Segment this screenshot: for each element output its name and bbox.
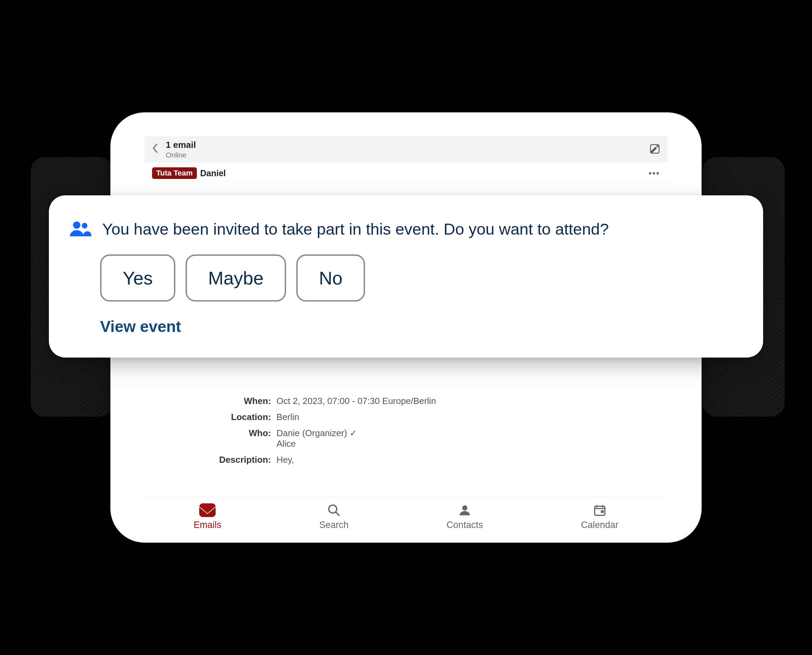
sender-name: Daniel [200, 168, 226, 178]
calendar-icon [592, 503, 608, 517]
team-badge: Tuta Team [152, 168, 197, 179]
svg-point-6 [462, 506, 467, 510]
value-description: Hey, [276, 455, 294, 465]
label-when: When: [206, 396, 271, 406]
value-when: Oct 2, 2023, 07:00 - 07:30 Europe/Berlin [276, 396, 436, 406]
invite-card: You have been invited to take part in th… [49, 195, 763, 358]
rsvp-no-button[interactable]: No [296, 254, 365, 301]
nav-emails[interactable]: Emails [193, 503, 221, 530]
mail-icon [199, 503, 216, 517]
contacts-icon [456, 503, 473, 517]
mail-count-title: 1 email [166, 140, 643, 150]
nav-search-label: Search [319, 520, 348, 530]
value-who-organizer: Danie (Organizer) ✓ [276, 428, 357, 438]
value-who-attendee: Alice [276, 438, 357, 449]
mail-header-bar: 1 email Online [145, 136, 667, 163]
bottom-nav: Emails Search Contacts Calendar [145, 497, 667, 543]
nav-contacts[interactable]: Contacts [447, 503, 483, 530]
invite-message: You have been invited to take part in th… [102, 219, 609, 239]
nav-contacts-label: Contacts [447, 520, 483, 530]
compose-icon [650, 144, 660, 154]
nav-emails-label: Emails [193, 520, 221, 530]
label-who: Who: [206, 428, 271, 449]
rsvp-yes-button[interactable]: Yes [100, 254, 175, 301]
label-location: Location: [206, 412, 271, 423]
svg-rect-9 [601, 510, 604, 513]
more-options-button[interactable]: ••• [649, 168, 660, 178]
svg-line-5 [336, 512, 339, 515]
back-button[interactable] [152, 143, 159, 156]
svg-point-13 [82, 223, 88, 229]
people-icon [69, 220, 92, 239]
search-icon [326, 503, 342, 517]
rsvp-maybe-button[interactable]: Maybe [186, 254, 286, 301]
svg-point-12 [73, 221, 80, 229]
label-description: Description: [206, 455, 271, 465]
value-location: Berlin [276, 412, 299, 423]
connection-status: Online [166, 151, 643, 159]
nav-calendar-label: Calendar [581, 520, 619, 530]
nav-calendar[interactable]: Calendar [581, 503, 619, 530]
compose-button[interactable] [650, 144, 660, 155]
sender-row: Tuta Team Daniel ••• [145, 163, 667, 181]
view-event-link[interactable]: View event [100, 317, 181, 336]
nav-search[interactable]: Search [319, 503, 348, 530]
chevron-left-icon [152, 143, 159, 153]
event-details: When: Oct 2, 2023, 07:00 - 07:30 Europe/… [145, 393, 667, 475]
